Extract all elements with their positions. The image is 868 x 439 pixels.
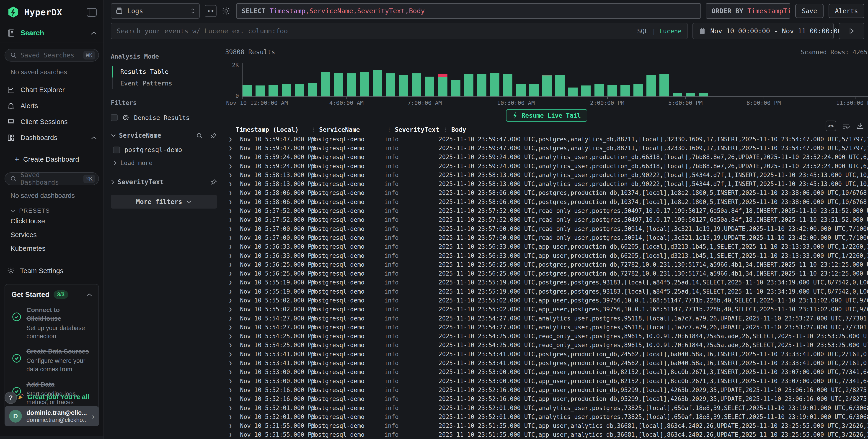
histogram-bar[interactable] bbox=[386, 73, 395, 96]
event-search-input[interactable]: Search your events w/ Lucene ex. column:… bbox=[111, 23, 687, 39]
histogram-bar[interactable] bbox=[633, 84, 643, 96]
load-more-button[interactable]: Load more bbox=[113, 160, 217, 166]
collapse-sidebar-icon[interactable] bbox=[87, 8, 97, 17]
facet-severitytext[interactable]: SeverityText bbox=[111, 178, 217, 186]
histogram-bar[interactable] bbox=[464, 74, 473, 96]
table-row[interactable]: ❯Nov 10 5:52:01.000 PMpostgresql-demoinf… bbox=[225, 403, 868, 412]
table-row[interactable]: ❯Nov 10 5:53:41.000 PMpostgresql-demoinf… bbox=[225, 350, 868, 358]
col-severitytext[interactable]: SeverityText bbox=[395, 126, 443, 133]
denoise-checkbox[interactable] bbox=[111, 114, 118, 121]
table-row[interactable]: ❯Nov 10 5:56:25.000 PMpostgresql-demoinf… bbox=[225, 260, 868, 269]
alerts-button[interactable]: Alerts bbox=[829, 4, 864, 18]
table-row[interactable]: ❯Nov 10 5:59:47.000 PMpostgresql-demoinf… bbox=[225, 135, 868, 144]
facet-servicename[interactable]: ServiceName bbox=[111, 132, 217, 139]
histogram-bar[interactable] bbox=[308, 83, 317, 96]
facet-value-postgresql-demo[interactable]: postgresql-demo bbox=[113, 146, 217, 154]
histogram-bar[interactable] bbox=[503, 74, 513, 96]
table-row[interactable]: ❯Nov 10 5:59:24.000 PMpostgresql-demoinf… bbox=[225, 153, 868, 162]
expand-row-icon[interactable]: ❯ bbox=[225, 306, 236, 313]
user-menu[interactable]: D dominic.tran@clic... dominic.tran@clic… bbox=[5, 406, 99, 426]
table-row[interactable]: ❯Nov 10 5:55:19.000 PMpostgresql-demoinf… bbox=[225, 287, 868, 296]
histogram-bar[interactable] bbox=[673, 93, 682, 96]
saved-dashboards-input[interactable]: Saved Dashboards ⌘K bbox=[5, 172, 99, 185]
histogram-bar[interactable] bbox=[555, 75, 565, 96]
expand-row-icon[interactable]: ❯ bbox=[225, 226, 236, 232]
histogram-bar[interactable] bbox=[594, 84, 604, 96]
chevron-up-icon[interactable] bbox=[91, 136, 97, 139]
table-row[interactable]: ❯Nov 10 5:58:06.000 PMpostgresql-demoinf… bbox=[225, 197, 868, 206]
expand-row-icon[interactable]: ❯ bbox=[225, 163, 236, 169]
histogram-bar[interactable] bbox=[529, 84, 538, 96]
expand-row-icon[interactable]: ❯ bbox=[225, 208, 236, 214]
expand-row-icon[interactable]: ❯ bbox=[225, 145, 236, 151]
preset-services[interactable]: Services bbox=[0, 228, 103, 242]
download-icon[interactable] bbox=[856, 122, 864, 130]
facet-search-icon[interactable] bbox=[196, 132, 203, 139]
table-row[interactable]: ❯Nov 10 5:57:52.000 PMpostgresql-demoinf… bbox=[225, 215, 868, 224]
table-row[interactable]: ❯Nov 10 5:58:13.000 PMpostgresql-demoinf… bbox=[225, 179, 868, 188]
chevron-up-icon[interactable] bbox=[91, 31, 97, 35]
table-row[interactable]: ❯Nov 10 5:56:33.000 PMpostgresql-demoinf… bbox=[225, 251, 868, 260]
table-row[interactable]: ❯Nov 10 5:57:52.000 PMpostgresql-demoinf… bbox=[225, 206, 868, 215]
facet-checkbox[interactable] bbox=[113, 147, 120, 153]
histogram-bar[interactable] bbox=[477, 74, 487, 96]
gear-icon[interactable] bbox=[222, 6, 231, 15]
expand-row-icon[interactable]: ❯ bbox=[225, 422, 236, 429]
wrap-lines-icon[interactable] bbox=[842, 122, 850, 130]
histogram-bar[interactable] bbox=[451, 80, 460, 97]
histogram-plot[interactable] bbox=[242, 63, 868, 97]
expand-row-icon[interactable]: ❯ bbox=[225, 234, 236, 241]
saved-searches-input[interactable]: Saved Searches ⌘K bbox=[5, 49, 99, 62]
expand-row-icon[interactable]: ❯ bbox=[225, 253, 236, 259]
expand-row-icon[interactable]: ❯ bbox=[225, 378, 236, 384]
select-query-input[interactable]: SELECT Timestamp,ServiceName,SeverityTex… bbox=[236, 3, 701, 19]
get-started-item[interactable]: Create Data SourcesConfigure where your … bbox=[11, 347, 92, 373]
histogram-bar[interactable] bbox=[490, 73, 499, 96]
expand-row-icon[interactable]: ❯ bbox=[225, 360, 236, 366]
more-filters-button[interactable]: More filters bbox=[111, 195, 217, 209]
table-row[interactable]: ❯Nov 10 5:59:47.000 PMpostgresql-demoinf… bbox=[225, 144, 868, 153]
mode-event-patterns[interactable]: Event Patterns bbox=[113, 77, 217, 89]
table-row[interactable]: ❯Nov 10 5:58:13.000 PMpostgresql-demoinf… bbox=[225, 170, 868, 179]
expand-row-icon[interactable]: ❯ bbox=[225, 396, 236, 402]
table-row[interactable]: ❯Nov 10 5:53:00.000 PMpostgresql-demoinf… bbox=[225, 377, 868, 385]
histogram-bar[interactable] bbox=[360, 72, 369, 96]
expand-row-icon[interactable]: ❯ bbox=[225, 154, 236, 160]
col-body[interactable]: Body bbox=[451, 126, 466, 133]
table-row[interactable]: ❯Nov 10 5:58:06.000 PMpostgresql-demoinf… bbox=[225, 188, 868, 197]
table-row[interactable]: ❯Nov 10 5:57:00.000 PMpostgresql-demoinf… bbox=[225, 224, 868, 233]
table-row[interactable]: ❯Nov 10 5:52:01.000 PMpostgresql-demoinf… bbox=[225, 412, 868, 421]
expand-row-icon[interactable]: ❯ bbox=[225, 199, 236, 205]
histogram-bar[interactable] bbox=[399, 75, 408, 96]
histogram-bar[interactable] bbox=[334, 73, 343, 96]
table-row[interactable]: ❯Nov 10 5:55:19.000 PMpostgresql-demoinf… bbox=[225, 278, 868, 287]
col-timestamp[interactable]: Timestamp (Local) bbox=[236, 126, 311, 133]
histogram-bar[interactable] bbox=[699, 93, 708, 96]
get-started-item[interactable]: Connect to ClickHouseSet up your databas… bbox=[11, 306, 92, 340]
pin-icon[interactable] bbox=[210, 179, 217, 186]
column-resize-handle[interactable]: ⋮ bbox=[386, 127, 392, 132]
column-resize-handle[interactable]: ⋮ bbox=[443, 127, 448, 132]
sidebar-item-dashboards[interactable]: Dashboards bbox=[0, 130, 103, 146]
table-row[interactable]: ❯Nov 10 5:55:02.000 PMpostgresql-demoinf… bbox=[225, 305, 868, 314]
table-row[interactable]: ❯Nov 10 5:56:25.000 PMpostgresql-demoinf… bbox=[225, 269, 868, 278]
table-row[interactable]: ❯Nov 10 5:53:00.000 PMpostgresql-demoinf… bbox=[225, 368, 868, 377]
sidebar-item-client-sessions[interactable]: Client Sessions bbox=[0, 114, 103, 130]
sidebar-item-team-settings[interactable]: Team Settings bbox=[0, 258, 103, 277]
histogram-bar[interactable] bbox=[620, 85, 630, 96]
expand-row-icon[interactable]: ❯ bbox=[225, 405, 236, 411]
events-histogram[interactable]: 2K 0 bbox=[225, 63, 868, 97]
source-select[interactable]: Logs bbox=[111, 3, 200, 19]
expand-row-icon[interactable]: ❯ bbox=[225, 279, 236, 286]
col-servicename[interactable]: ServiceName bbox=[319, 126, 386, 133]
code-mode-icon[interactable]: <> bbox=[205, 5, 217, 17]
histogram-bar[interactable] bbox=[542, 75, 552, 96]
expand-row-icon[interactable]: ❯ bbox=[225, 432, 236, 438]
histogram-bar[interactable] bbox=[659, 74, 669, 96]
help-button[interactable]: ? bbox=[5, 391, 17, 404]
table-row[interactable]: ❯Nov 10 5:57:00.000 PMpostgresql-demoinf… bbox=[225, 233, 868, 242]
expand-row-icon[interactable]: ❯ bbox=[225, 414, 236, 420]
expand-row-icon[interactable]: ❯ bbox=[225, 351, 236, 357]
expand-row-icon[interactable]: ❯ bbox=[225, 270, 236, 277]
run-query-button[interactable] bbox=[839, 23, 864, 39]
